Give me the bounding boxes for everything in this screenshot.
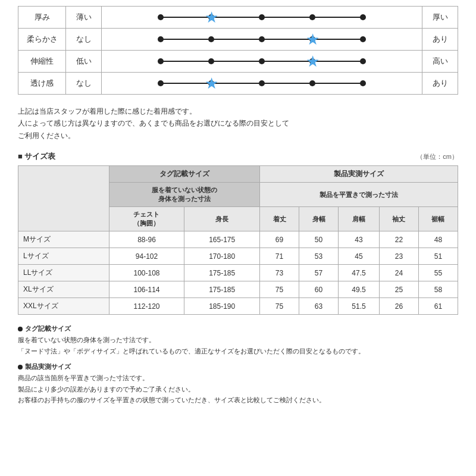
size-label: Lサイズ bbox=[18, 248, 109, 265]
table-row: XXLサイズ112-120185-190756351.52661 bbox=[18, 298, 458, 315]
size-value: 185-190 bbox=[184, 298, 260, 315]
note-title: タグ記載サイズ bbox=[18, 323, 458, 334]
sub-group-header: 服を着ていない状態の 身体を測った寸法 bbox=[109, 183, 259, 207]
note-title: 製品実測サイズ bbox=[18, 361, 458, 372]
size-value: 57 bbox=[299, 265, 339, 281]
scale-dot bbox=[208, 36, 214, 42]
description-line: ご利用ください。 bbox=[18, 130, 458, 142]
note-line: 服を着ていない状態の身体を測った寸法です。 bbox=[18, 334, 458, 346]
note-title-text: タグ記載サイズ bbox=[25, 325, 71, 332]
description-text: 上記は当店スタッフが着用した際に感じた着用感です。人によって感じ方は異なりますの… bbox=[18, 105, 458, 142]
size-value: 88-96 bbox=[109, 231, 184, 248]
size-value: 170-180 bbox=[184, 248, 260, 265]
size-table: タグ記載サイズ製品実測サイズ服を着ていない状態の 身体を測った寸法製品を平置きで… bbox=[18, 165, 458, 315]
scale-dot bbox=[259, 14, 265, 20]
attr-scale-cell: ★ bbox=[102, 73, 422, 95]
table-row: LLサイズ100-108175-185735747.52455 bbox=[18, 265, 458, 281]
column-header: 裾幅 bbox=[418, 207, 458, 231]
size-value: 23 bbox=[379, 248, 418, 265]
size-value: 69 bbox=[260, 231, 299, 248]
scale-dot bbox=[259, 80, 265, 86]
size-section-header: ■ サイズ表 （単位：cm） bbox=[18, 151, 458, 162]
note-line: 商品の該当箇所を平置きで測った寸法です。 bbox=[18, 372, 458, 384]
size-value: 47.5 bbox=[339, 265, 380, 281]
col-group-header: タグ記載サイズ bbox=[109, 166, 259, 183]
size-value: 75 bbox=[260, 298, 299, 315]
scale-dot bbox=[259, 36, 265, 42]
column-header: 袖丈 bbox=[379, 207, 418, 231]
attr-right-label: あり bbox=[422, 29, 458, 51]
size-value: 24 bbox=[379, 265, 418, 281]
table-row: Lサイズ94-102170-1807153452351 bbox=[18, 248, 458, 265]
size-value: 94-102 bbox=[109, 248, 184, 265]
column-header: 身長 bbox=[184, 207, 260, 231]
notes-section: タグ記載サイズ服を着ていない状態の身体を測った寸法です。「ヌード寸法」や「ボディ… bbox=[18, 323, 458, 406]
attr-right-label: 高い bbox=[422, 51, 458, 73]
scale-dot bbox=[360, 14, 366, 20]
size-label: Mサイズ bbox=[18, 231, 109, 248]
scale-dot bbox=[158, 58, 164, 64]
attr-right-label: あり bbox=[422, 73, 458, 95]
note-line: 製品により多少の誤差がありますので予めご了承ください。 bbox=[18, 384, 458, 395]
note-bullet-icon bbox=[18, 365, 23, 369]
size-value: 48 bbox=[418, 231, 458, 248]
column-header: 肩幅 bbox=[339, 207, 380, 231]
size-value: 60 bbox=[299, 281, 339, 298]
size-value: 61 bbox=[418, 298, 458, 315]
scale-star: ★ bbox=[306, 32, 320, 47]
size-value: 25 bbox=[379, 281, 418, 298]
size-value: 43 bbox=[339, 231, 380, 248]
table-row: Mサイズ88-96165-1756950432248 bbox=[18, 231, 458, 248]
size-section-title: ■ サイズ表 bbox=[18, 151, 55, 162]
size-table-empty-header bbox=[18, 166, 109, 231]
scale-dot bbox=[208, 58, 214, 64]
attr-scale-cell: ★ bbox=[102, 51, 422, 73]
note-bullet-icon bbox=[18, 327, 23, 331]
scale-dot bbox=[158, 80, 164, 86]
scale-dot bbox=[309, 80, 315, 86]
attr-label: 伸縮性 bbox=[18, 51, 66, 73]
size-value: 49.5 bbox=[339, 281, 380, 298]
scale-dot bbox=[360, 36, 366, 42]
column-header: 身幅 bbox=[299, 207, 339, 231]
size-value: 106-114 bbox=[109, 281, 184, 298]
attr-scale-cell: ★ bbox=[102, 29, 422, 51]
table-row: XLサイズ106-114175-185756049.52558 bbox=[18, 281, 458, 298]
size-value: 75 bbox=[260, 281, 299, 298]
attr-label: 厚み bbox=[18, 7, 66, 29]
size-label: LLサイズ bbox=[18, 265, 109, 281]
size-value: 51 bbox=[418, 248, 458, 265]
attr-left-label: 低い bbox=[66, 51, 102, 73]
scale-dot bbox=[259, 58, 265, 64]
column-header: チェスト （胸囲） bbox=[109, 207, 184, 231]
size-value: 165-175 bbox=[184, 231, 260, 248]
scale-dot bbox=[309, 14, 315, 20]
description-line: 人によって感じ方は異なりますので、あくまでも商品をお選びになる際の目安として bbox=[18, 117, 458, 129]
size-value: 50 bbox=[299, 231, 339, 248]
attr-label: 柔らかさ bbox=[18, 29, 66, 51]
note-line: 「ヌード寸法」や「ボディサイズ」と呼ばれているもので、適正なサイズをお選びいただ… bbox=[18, 346, 458, 357]
attr-label: 透け感 bbox=[18, 73, 66, 95]
attr-left-label: 薄い bbox=[66, 7, 102, 29]
col-group-header: 製品実測サイズ bbox=[260, 166, 458, 183]
size-value: 175-185 bbox=[184, 281, 260, 298]
sub-group-header: 製品を平置きで測った寸法 bbox=[260, 183, 458, 207]
description-line: 上記は当店スタッフが着用した際に感じた着用感です。 bbox=[18, 105, 458, 117]
size-value: 112-120 bbox=[109, 298, 184, 315]
size-value: 58 bbox=[418, 281, 458, 298]
size-value: 55 bbox=[418, 265, 458, 281]
size-value: 100-108 bbox=[109, 265, 184, 281]
scale-star: ★ bbox=[205, 76, 218, 91]
attr-right-label: 厚い bbox=[422, 7, 458, 29]
size-value: 45 bbox=[339, 248, 380, 265]
size-value: 63 bbox=[299, 298, 339, 315]
size-value: 53 bbox=[299, 248, 339, 265]
scale-dot bbox=[158, 14, 164, 20]
attr-scale-cell: ★ bbox=[102, 7, 422, 29]
scale-dot bbox=[360, 58, 366, 64]
size-value: 51.5 bbox=[339, 298, 380, 315]
size-value: 175-185 bbox=[184, 265, 260, 281]
scale-dot bbox=[360, 80, 366, 86]
note-line: お客様のお手持ちの服のサイズを平置きの状態で測っていただき、サイズ表と比較してご… bbox=[18, 394, 458, 406]
scale-star: ★ bbox=[306, 54, 320, 69]
